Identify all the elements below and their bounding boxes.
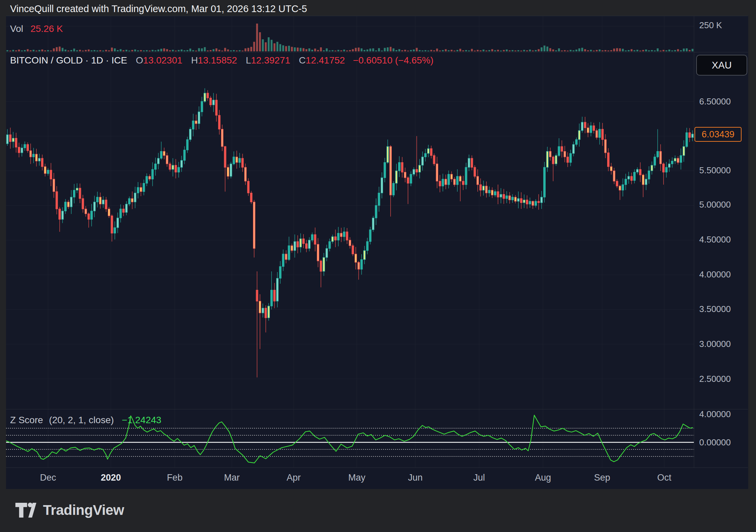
volume-bar — [486, 50, 488, 51]
candle-body — [85, 209, 87, 214]
volume-bar — [169, 50, 171, 51]
volume-bar — [636, 50, 638, 51]
time-axis-label-aug[interactable]: Aug — [535, 473, 551, 483]
time-axis-label-2020[interactable]: 2020 — [101, 473, 121, 483]
candle-body — [274, 290, 276, 301]
volume-bar — [439, 50, 441, 51]
volume-bar — [218, 50, 220, 51]
volume-bar — [358, 48, 360, 51]
time-axis-label-jun[interactable]: Jun — [408, 473, 423, 483]
candle-body — [375, 206, 377, 218]
volume-bar — [660, 51, 662, 51]
time-axis-label-oct[interactable]: Oct — [657, 473, 671, 483]
volume-bar — [131, 50, 133, 51]
tradingview-brand[interactable]: TradingView — [15, 500, 124, 520]
time-axis[interactable]: Dec2020FebMarAprMayJunJulAugSepOct — [6, 468, 748, 489]
candle-body — [642, 175, 644, 185]
volume-bar — [355, 48, 357, 52]
volume-bar — [163, 48, 165, 51]
volume-bar — [544, 46, 546, 51]
volume-bar — [53, 48, 55, 51]
candle-body — [663, 164, 665, 172]
time-axis-label-dec[interactable]: Dec — [40, 473, 56, 483]
volume-bar — [76, 50, 78, 51]
volume-bar — [297, 48, 299, 51]
quote-currency-badge[interactable]: XAU — [696, 55, 747, 76]
tradingview-brand-text: TradingView — [43, 502, 124, 518]
candle-body — [491, 190, 493, 195]
volume-bar — [631, 49, 633, 51]
candle-body — [44, 167, 46, 174]
candle-body — [33, 154, 35, 157]
volume-bar — [311, 50, 313, 51]
volume-bar — [497, 50, 499, 51]
candle-body — [407, 178, 409, 183]
volume-bar — [128, 51, 130, 51]
candle-body — [152, 169, 154, 179]
volume-legend[interactable]: Vol 25.26 K — [10, 24, 63, 34]
candle-body — [625, 179, 627, 185]
volume-bar — [56, 47, 58, 51]
candle-body — [140, 187, 142, 191]
volume-bar — [410, 50, 412, 51]
candle-body — [352, 246, 354, 254]
candle-body — [570, 153, 572, 163]
candle-body — [245, 167, 247, 181]
candle-body — [186, 140, 188, 150]
time-axis-label-sep[interactable]: Sep — [594, 473, 610, 483]
candle-body — [471, 158, 473, 167]
time-axis-label-jul[interactable]: Jul — [473, 473, 485, 483]
candle-body — [99, 197, 101, 204]
symbol-legend[interactable]: BITCOIN / GOLD · 1D · ICE O13.02301 H13.… — [10, 55, 433, 66]
volume-bar — [384, 48, 386, 52]
candle-body — [82, 198, 84, 209]
candle-body — [361, 260, 363, 269]
volume-bar — [302, 48, 304, 51]
candle-body — [79, 188, 81, 198]
volume-bar — [38, 50, 40, 51]
candle-body — [430, 148, 432, 156]
volume-bar — [593, 51, 595, 51]
volume-bar — [361, 48, 363, 51]
candle-body — [636, 169, 638, 172]
axis-tick-label: 4.50000 — [699, 234, 731, 245]
candle-body — [419, 165, 421, 172]
pane-separator-volume-main[interactable] — [6, 52, 748, 52]
symbol-title: BITCOIN / GOLD · 1D · ICE — [10, 55, 127, 65]
candle-body — [259, 301, 261, 313]
volume-bar — [320, 47, 322, 51]
candle-body — [73, 190, 75, 197]
volume-pane[interactable] — [6, 16, 694, 52]
time-axis-label-mar[interactable]: Mar — [224, 473, 240, 483]
time-axis-label-apr[interactable]: Apr — [287, 473, 301, 483]
candle-body — [70, 197, 72, 207]
time-axis-label-feb[interactable]: Feb — [167, 473, 183, 483]
candle-body — [462, 181, 464, 184]
volume-bar — [392, 48, 394, 51]
candle-body — [456, 176, 458, 185]
volume-bar — [506, 49, 508, 51]
candle-body — [459, 176, 461, 181]
candle-body — [674, 158, 676, 161]
volume-bar — [146, 50, 148, 51]
volume-bar — [436, 49, 438, 51]
candle-body — [631, 176, 633, 180]
volume-bar — [323, 50, 325, 51]
volume-bar — [558, 48, 560, 51]
candle-body — [207, 93, 209, 98]
zscore-legend[interactable]: Z Score (20, 2, 1, close) −1.24243 — [10, 415, 161, 426]
volume-bar — [59, 47, 61, 51]
candle-body — [160, 151, 162, 159]
volume-bar — [270, 40, 272, 52]
volume-bar — [413, 49, 415, 51]
candle-body — [305, 243, 307, 248]
candle-body — [157, 158, 159, 164]
pane-separator-main-zscore[interactable] — [6, 409, 748, 409]
candle-body — [172, 165, 174, 169]
volume-bar — [459, 49, 461, 51]
candle-body — [576, 140, 578, 144]
candlestick-pane[interactable] — [6, 52, 694, 409]
volume-bar — [573, 50, 575, 51]
time-axis-label-may[interactable]: May — [348, 473, 365, 483]
candle-body — [346, 232, 348, 240]
